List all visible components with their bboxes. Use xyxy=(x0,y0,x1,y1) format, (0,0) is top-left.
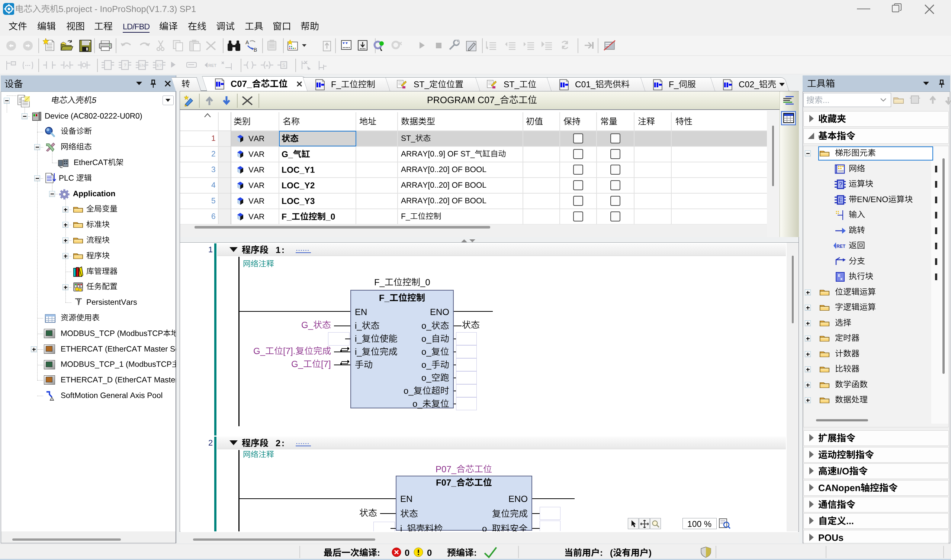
svg-text:A: A xyxy=(245,39,249,45)
svg-text:RET: RET xyxy=(208,63,216,68)
svg-text:RET: RET xyxy=(837,244,846,249)
svg-text:B: B xyxy=(254,47,257,52)
svg-text:?: ? xyxy=(124,62,126,68)
svg-text:x: x xyxy=(840,277,843,281)
svg-text:EN: EN xyxy=(139,63,145,68)
svg-text:S: S xyxy=(282,63,285,68)
svg-text:E?: E? xyxy=(157,63,161,68)
svg-text:E: E xyxy=(838,196,842,203)
svg-text:?: ? xyxy=(839,181,842,188)
